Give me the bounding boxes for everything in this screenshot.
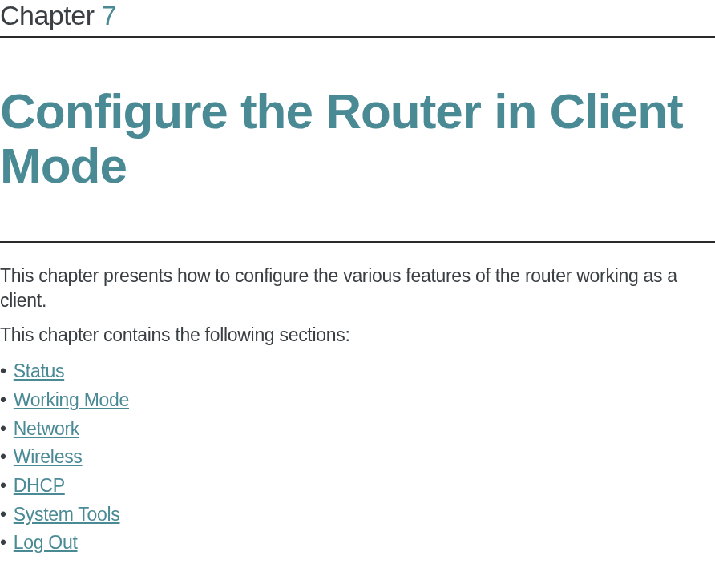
- bullet-icon: •: [0, 415, 6, 444]
- chapter-label: Chapter: [0, 0, 94, 30]
- section-link-status[interactable]: Status: [14, 357, 64, 386]
- chapter-number: 7: [101, 0, 115, 30]
- bullet-icon: •: [0, 443, 6, 472]
- bullet-icon: •: [0, 386, 6, 415]
- section-link-wireless[interactable]: Wireless: [14, 443, 83, 472]
- list-item: • Status: [0, 357, 715, 386]
- section-link-system-tools[interactable]: System Tools: [14, 501, 120, 530]
- section-link-working-mode[interactable]: Working Mode: [14, 386, 129, 415]
- section-list: • Status • Working Mode • Network • Wire…: [0, 357, 715, 557]
- chapter-heading: Chapter 7: [0, 0, 715, 38]
- sections-intro: This chapter contains the following sect…: [0, 324, 715, 346]
- list-item: • Network: [0, 415, 715, 444]
- list-item: • System Tools: [0, 501, 715, 530]
- list-item: • DHCP: [0, 472, 715, 501]
- page-title: Configure the Router in Client Mode: [0, 84, 715, 193]
- section-link-log-out[interactable]: Log Out: [14, 529, 78, 558]
- bullet-icon: •: [0, 529, 6, 558]
- bullet-icon: •: [0, 501, 6, 530]
- list-item: • Working Mode: [0, 386, 715, 415]
- intro-paragraph: This chapter presents how to configure t…: [0, 264, 715, 313]
- section-link-dhcp[interactable]: DHCP: [14, 472, 65, 501]
- list-item: • Log Out: [0, 529, 715, 558]
- section-link-network[interactable]: Network: [14, 415, 79, 444]
- bullet-icon: •: [0, 357, 6, 386]
- list-item: • Wireless: [0, 443, 715, 472]
- bullet-icon: •: [0, 472, 6, 501]
- divider: [0, 241, 715, 243]
